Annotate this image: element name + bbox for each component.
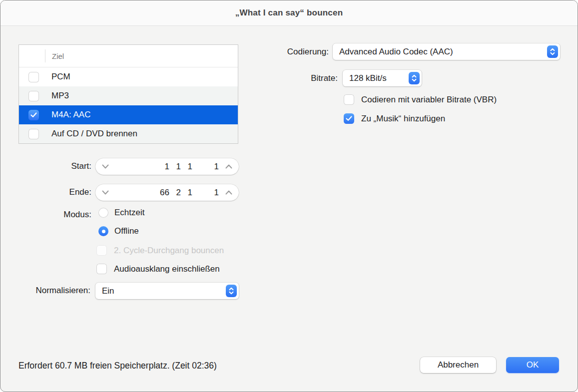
end-position-stepper[interactable]: 66 2 1 1 (95, 184, 239, 201)
check-icon (30, 112, 37, 118)
vbr-checkbox[interactable] (344, 94, 354, 105)
destination-row-m4a[interactable]: M4A: AAC (19, 105, 238, 124)
mode-label: Modus: (0, 210, 91, 220)
start-bar: 1 (149, 162, 169, 172)
bitrate-label: Bitrate: (270, 73, 338, 83)
destination-row-pcm[interactable]: PCM (19, 67, 238, 86)
add-to-music-checkbox-row[interactable]: Zu „Musik“ hinzufügen (344, 113, 445, 124)
audio-tail-checkbox-row[interactable]: Audioausklang einschließen (96, 264, 220, 274)
start-division: 1 (181, 162, 192, 172)
destination-label: Auf CD / DVD brennen (51, 129, 137, 139)
column-divider (45, 49, 45, 62)
m4a-checkbox[interactable] (28, 110, 39, 120)
stepper-up-icon[interactable] (225, 190, 233, 195)
destination-label: PCM (51, 72, 70, 82)
popup-chevrons-icon (409, 72, 420, 84)
dialog-content: Ziel PCM MP3 M4A: AAC Auf CD / DVD brenn… (0, 26, 578, 392)
destination-label: MP3 (51, 91, 69, 101)
cycle-pass-checkbox (96, 245, 107, 256)
vbr-label: Codieren mit variabler Bitrate (VBR) (361, 95, 497, 105)
start-beat: 1 (169, 162, 181, 172)
offline-radio[interactable] (98, 226, 108, 236)
space-requirement-status: Erfordert 60.7 MB freien Speicherplatz. … (18, 361, 217, 371)
add-to-music-label: Zu „Musik“ hinzufügen (361, 114, 445, 124)
audio-tail-label: Audioausklang einschließen (114, 264, 220, 274)
mode-realtime-option[interactable]: Echtzeit (98, 208, 144, 218)
normalize-value: Ein (102, 286, 114, 296)
pcm-checkbox[interactable] (28, 72, 39, 82)
bounce-dialog: „What I can say“ bouncen Ziel PCM MP3 M4… (0, 0, 578, 392)
mp3-checkbox[interactable] (28, 91, 39, 101)
cycle-pass-label: 2. Cycle-Durchgang bouncen (114, 246, 224, 256)
stepper-down-icon[interactable] (101, 190, 109, 195)
cancel-button[interactable]: Abbrechen (420, 357, 496, 373)
popup-chevrons-icon (226, 285, 237, 297)
column-header-ziel: Ziel (52, 52, 64, 60)
encoding-popup[interactable]: Advanced Audio Codec (AAC) (333, 43, 560, 60)
bitrate-popup[interactable]: 128 kBit/s (343, 70, 422, 86)
stepper-down-icon[interactable] (101, 164, 109, 169)
ok-button[interactable]: OK (506, 357, 559, 373)
destination-list: Ziel PCM MP3 M4A: AAC Auf CD / DVD brenn… (18, 44, 238, 144)
start-tick: 1 (207, 162, 219, 172)
start-position-stepper[interactable]: 1 1 1 1 (95, 158, 239, 175)
end-division: 1 (181, 188, 192, 198)
offline-label: Offline (114, 226, 139, 236)
encoding-value: Advanced Audio Codec (AAC) (339, 47, 453, 57)
bitrate-value: 128 kBit/s (349, 73, 387, 83)
cycle-pass-checkbox-row: 2. Cycle-Durchgang bouncen (96, 245, 224, 256)
titlebar: „What I can say“ bouncen (0, 0, 578, 26)
destination-label: M4A: AAC (51, 110, 90, 120)
add-to-music-checkbox[interactable] (344, 113, 354, 124)
end-bar: 66 (149, 188, 169, 198)
end-label: Ende: (0, 187, 91, 197)
normalize-popup[interactable]: Ein (95, 283, 239, 299)
popup-chevrons-icon (547, 45, 558, 58)
normalize-label: Normalisieren: (0, 286, 90, 296)
audio-tail-checkbox[interactable] (96, 264, 107, 274)
destination-row-mp3[interactable]: MP3 (19, 86, 238, 105)
dialog-title: „What I can say“ bouncen (235, 8, 343, 18)
encoding-label: Codierung: (220, 47, 329, 57)
end-tick: 1 (207, 188, 219, 198)
cd-checkbox[interactable] (28, 129, 39, 139)
realtime-label: Echtzeit (114, 208, 144, 218)
realtime-radio[interactable] (98, 208, 108, 218)
destination-row-cd[interactable]: Auf CD / DVD brennen (19, 124, 238, 143)
vbr-checkbox-row[interactable]: Codieren mit variabler Bitrate (VBR) (344, 94, 497, 105)
stepper-up-icon[interactable] (225, 164, 233, 169)
check-icon (346, 116, 352, 121)
end-beat: 2 (169, 188, 181, 198)
start-label: Start: (0, 161, 91, 171)
mode-offline-option[interactable]: Offline (98, 226, 139, 236)
destination-list-header: Ziel (19, 45, 238, 67)
